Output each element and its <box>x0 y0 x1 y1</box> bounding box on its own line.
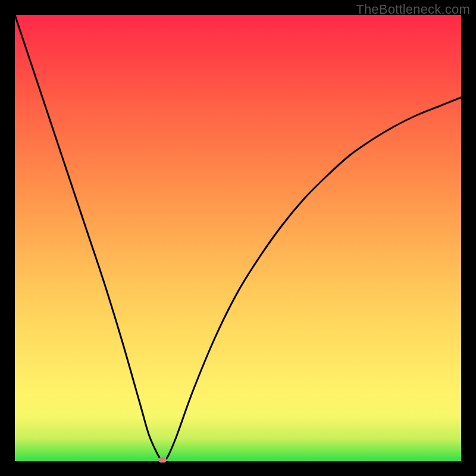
bottleneck-curve <box>15 15 461 461</box>
minimum-marker <box>158 457 167 462</box>
attribution-text: TheBottleneck.com <box>356 2 470 17</box>
chart-frame <box>15 15 461 461</box>
